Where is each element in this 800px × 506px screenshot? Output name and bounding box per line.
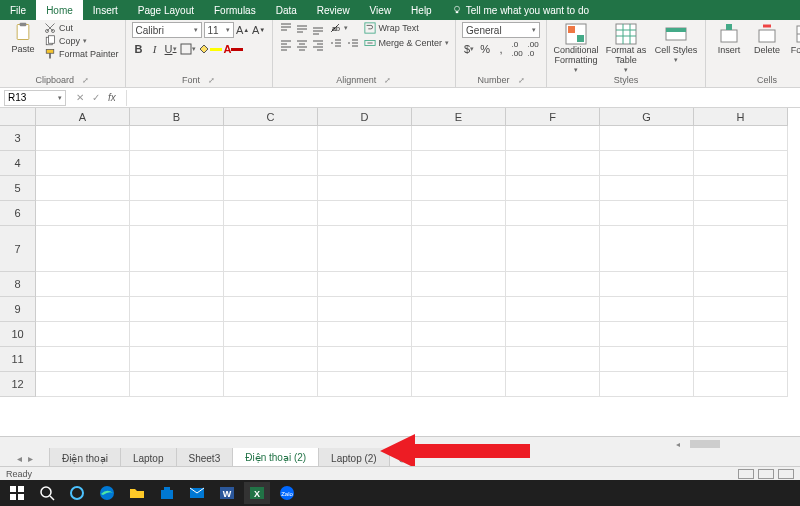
cell[interactable]	[130, 151, 224, 176]
clipboard-dialog-launcher[interactable]: ⤢	[82, 76, 89, 85]
cell[interactable]	[694, 201, 788, 226]
cell[interactable]	[600, 201, 694, 226]
row-header[interactable]: 9	[0, 297, 36, 322]
font-dialog-launcher[interactable]: ⤢	[208, 76, 215, 85]
cell[interactable]	[318, 176, 412, 201]
accounting-format-button[interactable]: $▾	[462, 41, 476, 57]
cell[interactable]	[506, 151, 600, 176]
cell[interactable]	[600, 151, 694, 176]
cell-styles-button[interactable]: Cell Styles▾	[653, 22, 699, 64]
cell[interactable]	[412, 297, 506, 322]
row-header[interactable]: 8	[0, 272, 36, 297]
cell[interactable]	[36, 297, 130, 322]
cell[interactable]	[130, 322, 224, 347]
cell[interactable]	[600, 372, 694, 397]
tab-formulas[interactable]: Formulas	[204, 0, 266, 20]
cell[interactable]	[130, 272, 224, 297]
align-bottom[interactable]	[311, 22, 325, 36]
view-buttons[interactable]	[738, 469, 794, 479]
cell[interactable]	[130, 297, 224, 322]
name-box[interactable]: R13▾	[4, 90, 66, 106]
explorer-button[interactable]	[124, 482, 150, 504]
column-header[interactable]: C	[224, 108, 318, 126]
cell[interactable]	[412, 126, 506, 151]
font-color-button[interactable]: A	[224, 41, 244, 57]
merge-center-button[interactable]: Merge & Center▾	[364, 37, 450, 49]
bold-button[interactable]: B	[132, 41, 146, 57]
cell[interactable]	[224, 151, 318, 176]
increase-indent-button[interactable]	[346, 36, 360, 52]
tab-file[interactable]: File	[0, 0, 36, 20]
sheet-tab[interactable]: Điện thoại	[50, 448, 121, 468]
column-header[interactable]: F	[506, 108, 600, 126]
row-header[interactable]: 6	[0, 201, 36, 226]
cell[interactable]	[600, 176, 694, 201]
cell[interactable]	[130, 226, 224, 272]
store-button[interactable]	[154, 482, 180, 504]
align-top[interactable]	[279, 22, 293, 36]
row-header[interactable]: 12	[0, 372, 36, 397]
enter-formula-icon[interactable]: ✓	[92, 92, 100, 103]
cell[interactable]	[36, 201, 130, 226]
row-header[interactable]: 10	[0, 322, 36, 347]
cell[interactable]	[224, 226, 318, 272]
cell[interactable]	[506, 272, 600, 297]
decrease-decimal-button[interactable]: .00.0	[526, 41, 540, 57]
tab-help[interactable]: Help	[401, 0, 442, 20]
search-button[interactable]	[34, 482, 60, 504]
column-header[interactable]: G	[600, 108, 694, 126]
cell[interactable]	[694, 151, 788, 176]
paste-button[interactable]: Paste	[6, 22, 40, 54]
sheet-tab[interactable]: Laptop	[121, 448, 177, 468]
tab-home[interactable]: Home	[36, 0, 83, 20]
decrease-font-button[interactable]: A▼	[252, 22, 266, 38]
worksheet-grid[interactable]: ABCDEFGH 3456789101112	[0, 108, 800, 438]
cell[interactable]	[130, 347, 224, 372]
align-center[interactable]	[295, 38, 309, 52]
tab-review[interactable]: Review	[307, 0, 360, 20]
cell[interactable]	[224, 126, 318, 151]
cell[interactable]	[694, 126, 788, 151]
borders-button[interactable]: ▾	[180, 41, 196, 57]
copy-button[interactable]: Copy▾	[44, 35, 119, 47]
cell[interactable]	[506, 297, 600, 322]
font-size-combo[interactable]: 11▾	[204, 22, 234, 38]
cell[interactable]	[506, 372, 600, 397]
sheet-tab[interactable]: Sheet3	[177, 448, 234, 468]
tab-page-layout[interactable]: Page Layout	[128, 0, 204, 20]
cell[interactable]	[506, 347, 600, 372]
start-button[interactable]	[4, 482, 30, 504]
tell-me-search[interactable]: Tell me what you want to do	[442, 0, 599, 20]
row-header[interactable]: 11	[0, 347, 36, 372]
fx-icon[interactable]: fx	[108, 92, 116, 103]
comma-button[interactable]: ,	[494, 41, 508, 57]
tab-insert[interactable]: Insert	[83, 0, 128, 20]
insert-cells-button[interactable]: Insert	[712, 22, 746, 56]
column-header[interactable]: H	[694, 108, 788, 126]
align-left[interactable]	[279, 38, 293, 52]
sheet-nav-buttons[interactable]: ◂▸	[0, 448, 50, 468]
cell[interactable]	[224, 176, 318, 201]
cell[interactable]	[694, 347, 788, 372]
formula-input[interactable]	[126, 90, 800, 106]
fill-color-button[interactable]	[198, 41, 222, 57]
cell[interactable]	[600, 347, 694, 372]
zalo-button[interactable]: Zalo	[274, 482, 300, 504]
cell[interactable]	[36, 322, 130, 347]
row-header[interactable]: 4	[0, 151, 36, 176]
cell[interactable]	[506, 322, 600, 347]
sheet-tab[interactable]: Điện thoại (2)	[233, 448, 319, 468]
cell[interactable]	[412, 322, 506, 347]
alignment-dialog-launcher[interactable]: ⤢	[384, 76, 391, 85]
cell[interactable]	[130, 201, 224, 226]
cell[interactable]	[694, 372, 788, 397]
mail-button[interactable]	[184, 482, 210, 504]
format-as-table-button[interactable]: Format as Table▾	[603, 22, 649, 73]
cell[interactable]	[412, 176, 506, 201]
cell[interactable]	[224, 347, 318, 372]
increase-font-button[interactable]: A▲	[236, 22, 250, 38]
cell[interactable]	[36, 272, 130, 297]
conditional-formatting-button[interactable]: Conditional Formatting▾	[553, 22, 599, 73]
cell[interactable]	[600, 126, 694, 151]
cell[interactable]	[224, 272, 318, 297]
